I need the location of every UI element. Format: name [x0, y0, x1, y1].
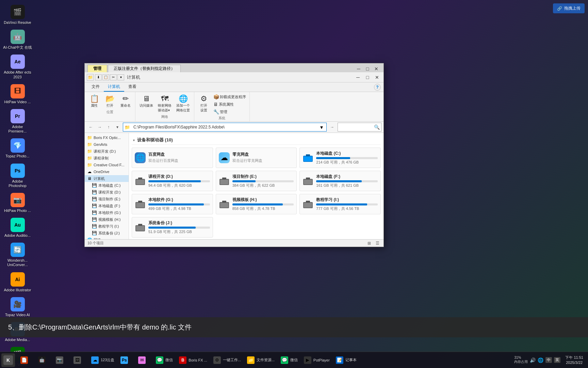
tray-icon1[interactable]: 🔊 [530, 357, 536, 363]
back-btn[interactable]: ← [87, 123, 95, 131]
address-input-container[interactable]: 📁 ▾ [123, 123, 327, 132]
help-btn[interactable]: ? [374, 84, 381, 91]
section-toggle[interactable]: ▾ [132, 138, 136, 142]
tbar-app-sumatra[interactable]: 📄 [18, 353, 35, 367]
drive-g[interactable]: 本地软件 (G:) 499 GB 可用，共 4.98 TB [132, 194, 213, 214]
tbar-app-notepad[interactable]: 📝 记事本 [333, 353, 359, 367]
nav-item-g[interactable]: 💾 本地软件 (G:) [85, 209, 129, 216]
uninstall-program-btn[interactable]: 📦 卸载或更改程序 [212, 93, 247, 100]
minimize-btn-top[interactable]: ─ [354, 65, 363, 72]
app-ai[interactable]: Ai Adobe Illustrator [1, 270, 34, 294]
quickaccess-btn2[interactable]: 📋 [102, 74, 109, 80]
properties-btn[interactable]: 📋 属性 [87, 93, 102, 109]
nav-item-e[interactable]: 💾 项目制作 (E:) [85, 196, 129, 202]
app-topaz2[interactable]: 🎥 Topaz Video AI [1, 295, 34, 319]
system-props-btn[interactable]: 🖥 系统属性 [212, 101, 247, 108]
add-network-btn[interactable]: 🌐 添加一个网络位置 [174, 93, 192, 114]
app-au[interactable]: Au Adobe Auditio... [1, 216, 34, 240]
app-wondershare[interactable]: 🔄 Wondersh... UniConver... [1, 241, 34, 269]
minimize-btn[interactable]: ─ [354, 74, 362, 81]
quickaccess-dropdown[interactable]: ▾ [117, 74, 124, 80]
drive-zeroclone[interactable]: ☁ 零克网盘 双击运行零克网盘 [216, 148, 297, 168]
nav-item-i[interactable]: 💾 教程学习 (I:) [85, 223, 129, 230]
tray-keyboard-icon[interactable]: 中 [545, 357, 552, 363]
nav-item-c[interactable]: 💾 本地磁盘 (C:) [85, 182, 129, 189]
manage-btn[interactable]: 🔧 管理 [212, 108, 247, 115]
drive-baidu[interactable]: 🌐 百度网盘 双击运行百度网盘 [132, 148, 213, 168]
ribbon-tab-file[interactable]: 文件 [87, 82, 104, 92]
nav-item-onedrive[interactable]: ☁ OneDrive [85, 168, 129, 175]
forward-btn[interactable]: → [96, 123, 104, 131]
tbar-app-wechat[interactable]: 💬 微信 [153, 353, 176, 367]
search-icon[interactable]: 🔍 [374, 124, 380, 130]
drive-e[interactable]: 项目制作 (E:) 384 GB 可用，共 622 GB [216, 171, 297, 191]
recent-btn[interactable]: ▾ [113, 123, 121, 131]
view-details-btn[interactable]: ⊞ [366, 240, 373, 246]
address-input[interactable] [131, 123, 317, 131]
nav-item-network[interactable]: 🌐 网络 [85, 236, 129, 239]
app-davinci[interactable]: 🎬 DaVinci Resolve [1, 3, 34, 27]
ribbon-tab-view[interactable]: 查看 [124, 82, 141, 92]
tbar-app-img[interactable]: 🖼 [71, 353, 88, 367]
access-media-btn[interactable]: 🖥 访问媒体 [137, 93, 155, 109]
tray-icon2[interactable]: 🌐 [538, 357, 543, 363]
drive-h[interactable]: 视频模板 (H:) 858 GB 可用，共 4.78 TB [216, 194, 297, 214]
nav-item-d[interactable]: 💾 课程开发 (D:) [85, 189, 129, 196]
app-hitpaw[interactable]: 🎞 HitPaw Video ... [1, 82, 34, 106]
map-drive-label: 映射网络驱动器▾ [158, 103, 172, 113]
nav-item-f[interactable]: 💾 本地磁盘 (F:) [85, 202, 129, 209]
search-input[interactable] [339, 123, 373, 131]
open-btn[interactable]: 📂 打开 [102, 93, 117, 109]
tbar-app-ps-bar[interactable]: Ps [118, 353, 135, 367]
upload-widget-btn[interactable]: 🔗 拖拽上传 [553, 3, 585, 13]
app-topaz[interactable]: 💎 Topaz Photo... [1, 136, 34, 160]
tbar-app-explorer[interactable]: 📁 文件资源... [244, 353, 277, 367]
window-tab-manage[interactable]: 管理 [87, 65, 107, 72]
tbar-app-yijian[interactable]: ⚙ 一键工作... [211, 353, 244, 367]
nav-item-computer[interactable]: 🖥 计算机 [85, 175, 129, 182]
drive-c[interactable]: 本地磁盘 (C:) 214 GB 可用，共 476 GB [299, 148, 381, 168]
drive-i[interactable]: 教程学习 (I:) 777 GB 可用，共 4.56 TB [299, 194, 381, 214]
nav-item-course-d[interactable]: 📁 课程开发 (D:) [85, 148, 129, 155]
drive-j[interactable]: 系统备份 (J:) 51.9 GB 可用，共 225 GB [132, 217, 213, 237]
app-hitpaw2[interactable]: 📷 HitPaw Photo ... [1, 191, 34, 215]
app-aichat[interactable]: 🤖 AI-Chat中文 在线 [1, 28, 34, 52]
tbar-app-cam[interactable]: 📷 [53, 353, 70, 367]
view-list-btn[interactable]: ☰ [374, 240, 381, 246]
tbar-app-potplayer[interactable]: ▶ PotPlayer [301, 353, 332, 367]
nav-item-creative-cloud[interactable]: 📁 Creative Cloud F... [85, 162, 129, 168]
map-drive-btn[interactable]: 🗺 映射网络驱动器▾ [156, 93, 174, 114]
tbar-app-wechat2[interactable]: 💬 微信 [278, 353, 300, 367]
maximize-btn[interactable]: □ [363, 74, 372, 81]
window-tab-license[interactable]: 正版注册文件（替换到指定路径） [108, 65, 181, 72]
drive-f[interactable]: 本地磁盘 (F:) 161 GB 可用，共 621 GB [299, 171, 381, 191]
address-dropdown-btn[interactable]: ▾ [318, 124, 325, 131]
app-ae[interactable]: Ae Adobe After ects 2023 [1, 52, 34, 81]
drive-d[interactable]: 课程开发 (D:) 94.4 GB 可用，共 620 GB [132, 171, 213, 191]
app-premiere[interactable]: Pr Adobe Premiere... [1, 107, 34, 136]
quickaccess-btn3[interactable]: ✂ [110, 74, 117, 80]
ribbon-tab-computer[interactable]: 计算机 [104, 82, 124, 92]
tray-lang-icon[interactable]: 英 [554, 357, 560, 363]
taskbar-time[interactable]: 下午 11:51 2025/3/22 [562, 355, 586, 365]
tbar-app-mail[interactable]: ✉ [135, 353, 152, 367]
nav-item-h[interactable]: 💾 视频模板 (H:) [85, 216, 129, 223]
nav-item-recording[interactable]: 📁 课程录制 [85, 155, 129, 162]
tbar-app-123[interactable]: ☁ 123云盘 [88, 353, 117, 367]
maximize-btn-top[interactable]: □ [363, 65, 372, 72]
tbar-app-ai[interactable]: 🤖 [35, 353, 52, 367]
app-ps[interactable]: Ps Adobe Photoshop [1, 162, 34, 190]
open-settings-btn[interactable]: ⚙ 打开设置 [196, 93, 211, 114]
close-btn-top[interactable]: ✕ [372, 65, 381, 72]
quickaccess-btn1[interactable]: ⬇ [95, 74, 102, 80]
nav-item-boris[interactable]: 📁 Boris FX Optic... [85, 134, 129, 141]
tbar-app-boris[interactable]: B Boris FX ... [176, 353, 210, 367]
close-btn[interactable]: ✕ [373, 74, 381, 81]
up-btn[interactable]: ↑ [104, 123, 113, 131]
go-btn[interactable]: → [328, 123, 336, 131]
nav-item-j[interactable]: 💾 系统备份 (J:) [85, 230, 129, 236]
rename-btn[interactable]: ✏ 重命名 [118, 93, 133, 109]
nav-item-genarts[interactable]: 📁 GenArts [85, 141, 129, 148]
start-btn[interactable]: K [1, 353, 15, 367]
tbar-icon-mail: ✉ [138, 356, 146, 364]
